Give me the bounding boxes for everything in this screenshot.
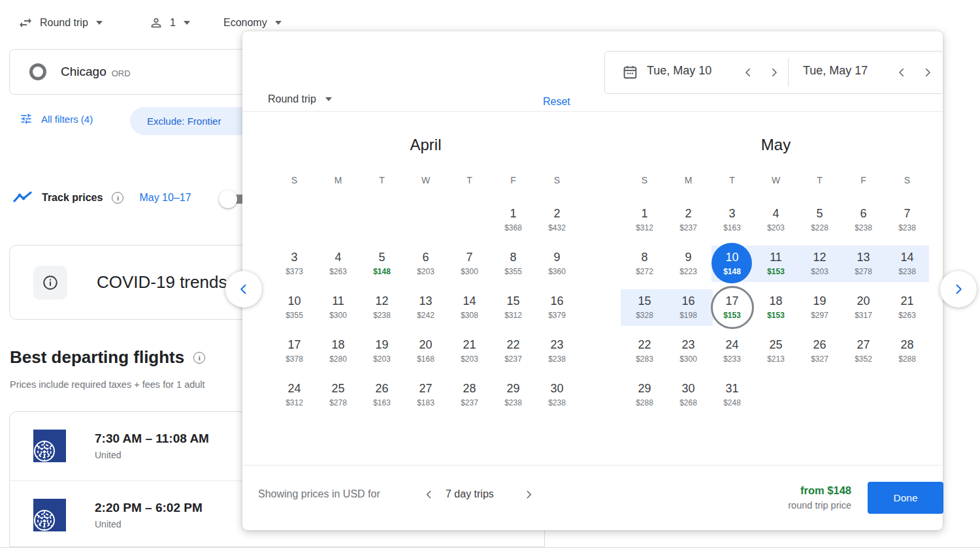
passengers-dropdown[interactable]: 1 xyxy=(149,14,190,31)
calendar-day-april-28[interactable]: 28$237 xyxy=(448,373,491,417)
calendar-day-may-18[interactable]: 18$153 xyxy=(754,285,798,329)
trip-length-label: 7 day trips xyxy=(446,488,494,500)
divider xyxy=(788,58,789,87)
calendar-day-april-6[interactable]: 6$203 xyxy=(404,242,448,285)
reset-button[interactable]: Reset xyxy=(543,96,570,108)
calendar-day-may-15[interactable]: 15$328 xyxy=(623,285,666,329)
next-months-button[interactable] xyxy=(940,271,977,307)
calendar-week-row: 10$35511$30012$23813$24214$30815$31216$3… xyxy=(272,285,579,329)
return-date-prev-button[interactable] xyxy=(892,63,911,82)
calendar-day-may-19[interactable]: 19$297 xyxy=(798,285,841,329)
departure-date-prev-button[interactable] xyxy=(739,63,757,82)
calendar-day-may-14[interactable]: 14$238 xyxy=(885,242,929,285)
calendar-day-april-17[interactable]: 17$378 xyxy=(272,329,316,373)
calendar-day-may-26[interactable]: 26$327 xyxy=(798,329,841,373)
calendar-day-april-26[interactable]: 26$163 xyxy=(360,373,404,417)
calendar-day-may-11[interactable]: 11$153 xyxy=(754,242,798,285)
calendar-day-may-5[interactable]: 5$228 xyxy=(798,198,841,242)
calendar-day-may-25[interactable]: 25$213 xyxy=(754,329,798,373)
weekday-label: F xyxy=(841,171,885,189)
calendar-day-may-1[interactable]: 1$312 xyxy=(623,198,666,242)
calendar-day-april-24[interactable]: 24$312 xyxy=(272,373,316,417)
calendar-day-may-7[interactable]: 7$238 xyxy=(885,198,929,242)
calendar-day-may-20[interactable]: 20$317 xyxy=(841,285,885,329)
trip-type-dropdown[interactable]: Round trip xyxy=(18,14,103,31)
calendar-day-may-30[interactable]: 30$268 xyxy=(666,373,710,417)
calendar-day-may-16[interactable]: 16$198 xyxy=(666,285,710,329)
calendar-day-april-9[interactable]: 9$360 xyxy=(535,242,579,285)
day-price: $373 xyxy=(286,266,303,277)
calendar-day-april-3[interactable]: 3$373 xyxy=(272,242,316,285)
calendar-day-may-9[interactable]: 9$223 xyxy=(666,242,710,285)
origin-airport-code: ORD xyxy=(112,66,131,78)
calendar-day-april-7[interactable]: 7$300 xyxy=(448,242,491,285)
day-price: $272 xyxy=(636,266,653,277)
weekday-label: T xyxy=(360,171,404,189)
calendar-day-april-14[interactable]: 14$308 xyxy=(448,285,491,329)
calendar-day-april-21[interactable]: 21$203 xyxy=(448,329,491,373)
calendar-day-april-10[interactable]: 10$355 xyxy=(272,285,316,329)
trip-length-prev-button[interactable] xyxy=(419,484,438,504)
tracked-date-range[interactable]: May 10–17 xyxy=(139,192,191,204)
calendar-day-april-11[interactable]: 11$300 xyxy=(316,285,360,329)
calendar-day-may-17[interactable]: 17$153 xyxy=(710,285,754,329)
calendar-day-april-4[interactable]: 4$263 xyxy=(316,242,360,285)
day-price: $198 xyxy=(679,310,697,321)
calendar-day-april-18[interactable]: 18$280 xyxy=(316,329,360,373)
calendar-day-may-6[interactable]: 6$238 xyxy=(841,198,885,242)
calendar-day-may-24[interactable]: 24$233 xyxy=(710,329,754,373)
day-number: 6 xyxy=(422,250,429,264)
calendar-day-april-15[interactable]: 15$312 xyxy=(491,285,535,329)
calendar-day-may-28[interactable]: 28$288 xyxy=(885,329,929,373)
calendar-day-april-5[interactable]: 5$148 xyxy=(360,242,404,285)
dialog-trip-type-dropdown[interactable]: Round trip xyxy=(268,93,332,105)
day-price: $242 xyxy=(417,310,434,321)
calendar-day-may-8[interactable]: 8$272 xyxy=(623,242,666,285)
day-number: 18 xyxy=(331,338,344,352)
calendar-day-april-16[interactable]: 16$379 xyxy=(535,285,579,329)
day-number: 3 xyxy=(728,206,735,221)
trip-length-next-button[interactable] xyxy=(519,484,538,504)
done-button[interactable]: Done xyxy=(868,482,943,514)
departure-date-field[interactable]: Tue, May 10 xyxy=(647,64,711,78)
calendar-day-may-12[interactable]: 12$203 xyxy=(798,242,841,285)
calendar-day-april-19[interactable]: 19$203 xyxy=(360,329,404,373)
previous-months-button[interactable] xyxy=(225,271,262,307)
departure-date-next-button[interactable] xyxy=(765,63,783,82)
calendar-day-may-22[interactable]: 22$283 xyxy=(623,329,666,373)
calendar-day-may-3[interactable]: 3$163 xyxy=(710,198,754,242)
calendar-day-may-10[interactable]: 10$148 xyxy=(710,242,754,285)
calendar-day-april-30[interactable]: 30$238 xyxy=(535,373,579,417)
return-date-field[interactable]: Tue, May 17 xyxy=(803,64,868,78)
calendar-day-april-12[interactable]: 12$238 xyxy=(360,285,404,329)
return-date-next-button[interactable] xyxy=(919,63,937,82)
calendar-day-may-31[interactable]: 31$248 xyxy=(710,373,754,417)
day-number: 1 xyxy=(641,206,647,221)
calendar-day-april-1[interactable]: 1$368 xyxy=(491,198,535,242)
calendar-day-april-8[interactable]: 8$355 xyxy=(491,242,535,285)
all-filters-button[interactable]: All filters (4) xyxy=(20,112,93,125)
calendar-day-may-2[interactable]: 2$237 xyxy=(666,198,710,242)
calendar-day-april-27[interactable]: 27$183 xyxy=(404,373,448,417)
calendar-day-april-13[interactable]: 13$242 xyxy=(404,285,448,329)
calendar-day-may-23[interactable]: 23$300 xyxy=(666,329,710,373)
cabin-class-dropdown[interactable]: Economy xyxy=(223,14,282,31)
day-number: 11 xyxy=(770,250,782,264)
day-price: $327 xyxy=(811,354,828,364)
calendar-day-april-29[interactable]: 29$238 xyxy=(491,373,535,417)
calendar-day-may-4[interactable]: 4$203 xyxy=(754,198,798,242)
calendar-empty-cell xyxy=(798,373,841,417)
calendar-day-may-13[interactable]: 13$278 xyxy=(841,242,885,285)
day-price: $328 xyxy=(636,310,653,321)
weekday-label: S xyxy=(535,171,579,189)
day-number: 2 xyxy=(685,206,691,221)
calendar-month-may: May SMTWTFS 1$3122$2373$1634$2035$2286$2… xyxy=(623,136,929,448)
calendar-day-april-25[interactable]: 25$278 xyxy=(316,373,360,417)
calendar-day-may-29[interactable]: 29$288 xyxy=(623,373,666,417)
calendar-day-may-21[interactable]: 21$263 xyxy=(885,285,929,329)
calendar-day-may-27[interactable]: 27$352 xyxy=(841,329,885,373)
calendar-day-april-22[interactable]: 22$237 xyxy=(491,329,535,373)
calendar-day-april-2[interactable]: 2$432 xyxy=(535,198,579,242)
calendar-day-april-20[interactable]: 20$168 xyxy=(404,329,448,373)
calendar-day-april-23[interactable]: 23$238 xyxy=(535,329,579,373)
